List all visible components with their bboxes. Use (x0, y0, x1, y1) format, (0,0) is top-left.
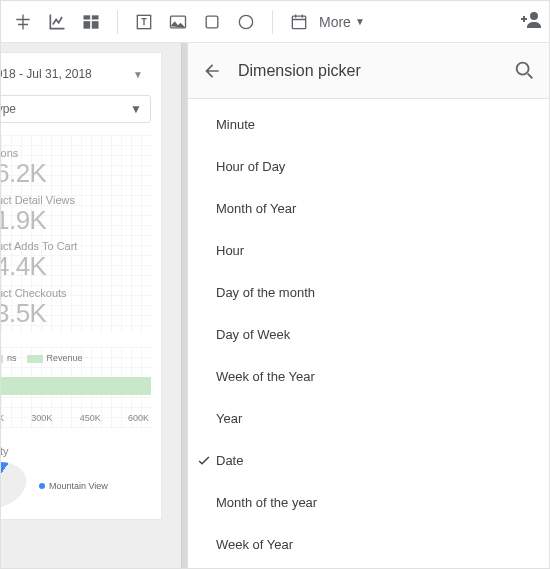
date-range-picker[interactable]: 2018 - Jul 31, 2018 ▼ (1, 63, 151, 85)
rectangle-icon[interactable] (196, 6, 228, 38)
type-label: Type (1, 102, 16, 116)
panel-title: Dimension picker (238, 62, 499, 80)
svg-point-10 (517, 62, 529, 74)
separator (272, 10, 273, 34)
svg-point-7 (239, 15, 252, 28)
dimension-item-label: Week of the Year (216, 369, 315, 384)
date-range-text: 2018 - Jul 31, 2018 (1, 67, 92, 81)
x-axis: 150K 300K 450K 600K (1, 413, 151, 423)
scorecard-label: roduct Checkouts (1, 287, 151, 299)
scorecard-value: 23.5K (1, 299, 151, 328)
dimension-item[interactable]: Month of the year (188, 481, 549, 523)
dimension-list: MinuteHour of DayMonth of YearHourDay of… (188, 99, 549, 568)
dimension-item[interactable]: Year (188, 397, 549, 439)
legend-dot-icon (39, 483, 45, 489)
dimension-item-label: Week of Year (216, 537, 293, 552)
svg-rect-3 (92, 21, 99, 28)
svg-rect-6 (206, 16, 218, 28)
bar (1, 377, 151, 395)
legend-item: Revenue (27, 353, 83, 363)
svg-rect-8 (292, 16, 305, 29)
dimension-item-label: Day of the month (216, 285, 315, 300)
back-button[interactable] (200, 59, 224, 83)
dimension-item-label: Day of Week (216, 327, 290, 342)
pie-chart-card: y City 14% Mountain View (1, 445, 151, 509)
check-icon (194, 452, 214, 468)
dimension-picker-panel: Dimension picker MinuteHour of DayMonth … (187, 43, 549, 568)
dimension-item[interactable]: Date (188, 439, 549, 481)
more-label: More (319, 14, 351, 30)
legend-item: ns (1, 353, 17, 363)
dimension-item-label: Hour of Day (216, 159, 285, 174)
scrollbar[interactable] (181, 43, 187, 568)
dimension-item-label: Month of the year (216, 495, 317, 510)
chevron-down-icon: ▼ (133, 69, 143, 80)
separator (117, 10, 118, 34)
dimension-item[interactable]: Minute (188, 103, 549, 145)
dimension-item[interactable]: Day of the month (188, 271, 549, 313)
chart-icon[interactable] (41, 6, 73, 38)
svg-point-9 (530, 12, 538, 20)
image-icon[interactable] (162, 6, 194, 38)
chevron-down-icon: ▼ (355, 16, 365, 27)
pie-legend-item: Mountain View (39, 481, 108, 491)
add-person-icon[interactable] (519, 8, 543, 35)
text-icon[interactable] (128, 6, 160, 38)
svg-rect-1 (92, 15, 99, 19)
bar-chart: ns Revenue 150K 300K 450K 600K (1, 347, 151, 429)
dimension-item[interactable]: Week of the Year (188, 355, 549, 397)
dimension-item[interactable]: Day of Week (188, 313, 549, 355)
svg-rect-2 (84, 21, 91, 28)
search-button[interactable] (513, 59, 537, 83)
dimension-item[interactable]: Week of Year (188, 523, 549, 565)
type-dropdown[interactable]: Type ▼ (1, 95, 151, 123)
svg-rect-0 (84, 15, 91, 19)
dimension-item-label: Date (216, 453, 243, 468)
more-menu[interactable]: More ▼ (317, 14, 371, 30)
scorecards: essions 76.2K roduct Detail Views 41.9K … (1, 135, 151, 333)
report-canvas: 2018 - Jul 31, 2018 ▼ Type ▼ essions 76.… (1, 43, 187, 568)
dimension-item-label: Hour (216, 243, 244, 258)
scorecard-value: 41.9K (1, 206, 151, 235)
scorecard-label: roduct Detail Views (1, 194, 151, 206)
section-title: y City (1, 445, 151, 457)
dimension-item-label: Month of Year (216, 201, 296, 216)
chevron-down-icon: ▼ (130, 102, 142, 116)
circle-icon[interactable] (230, 6, 262, 38)
table-icon[interactable] (75, 6, 107, 38)
toolbar: More ▼ (1, 1, 549, 43)
dimension-item[interactable]: Hour (188, 229, 549, 271)
dimension-item-label: Minute (216, 117, 255, 132)
dimension-item[interactable]: Hour of Day (188, 145, 549, 187)
dimension-item-label: Year (216, 411, 242, 426)
date-range-icon[interactable] (283, 6, 315, 38)
dimension-item[interactable]: Month of Year (188, 187, 549, 229)
align-center-icon[interactable] (7, 6, 39, 38)
scorecard-value: 76.2K (1, 159, 151, 188)
pie-chart: 14% (1, 463, 27, 509)
scorecard-value: 14.4K (1, 252, 151, 281)
